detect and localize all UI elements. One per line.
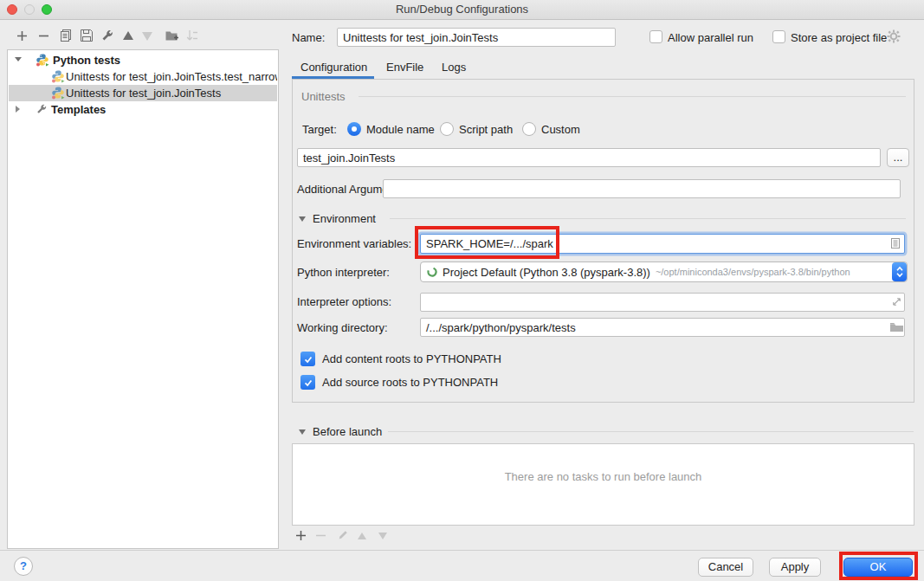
working-directory-label: Working directory: (297, 321, 388, 334)
group-divider (359, 96, 906, 97)
conda-env-icon (426, 266, 438, 278)
expand-arrow-icon[interactable] (14, 105, 23, 113)
expand-field-icon[interactable] (890, 295, 903, 308)
tree-item-label: Templates (51, 103, 106, 116)
tree-item-jointests-selected[interactable]: Unittests for test_join.JoinTests (9, 85, 277, 101)
python-test-icon (51, 86, 65, 100)
window-title: Run/Debug Configurations (0, 3, 924, 16)
python-test-icon (51, 69, 65, 83)
target-module-name-label: Module name (366, 123, 435, 136)
copy-configuration-icon[interactable] (59, 29, 73, 42)
working-directory-input[interactable]: /.../spark/python/pyspark/tests (420, 318, 905, 337)
run-debug-configurations-dialog: { "window": { "title": "Run/Debug Config… (0, 0, 924, 581)
help-button[interactable]: ? (14, 557, 33, 576)
env-vars-list-icon[interactable] (888, 236, 902, 250)
python-interpreter-select[interactable]: Project Default (Python 3.8 (pyspark-3.8… (420, 261, 908, 282)
edit-task-pencil-icon (337, 529, 349, 541)
interpreter-path: ~/opt/miniconda3/envs/pyspark-3.8/bin/py… (656, 267, 850, 277)
add-source-roots-checkbox[interactable] (300, 375, 315, 390)
before-launch-task-list[interactable] (292, 443, 914, 526)
target-script-path-label: Script path (459, 123, 513, 136)
ok-button[interactable]: OK (843, 558, 913, 577)
add-source-roots-label: Add source roots to PYTHONPATH (322, 376, 498, 389)
store-as-project-file-checkbox[interactable] (772, 30, 785, 43)
section-divider (390, 218, 906, 219)
environment-section-label[interactable]: Environment (313, 212, 376, 225)
move-down-icon (141, 31, 153, 42)
add-content-roots-checkbox[interactable] (300, 352, 315, 366)
interpreter-options-input[interactable] (420, 293, 905, 312)
unittests-group-title: Unittests (301, 90, 346, 103)
remove-task-icon (315, 530, 326, 541)
name-label: Name: (292, 31, 325, 44)
python-tests-icon (36, 53, 49, 67)
templates-wrench-icon (36, 103, 49, 117)
gear-icon[interactable] (887, 29, 901, 43)
target-script-path-radio[interactable] (440, 122, 454, 136)
tree-item-label: Unittests for test_join.JoinTests (66, 87, 221, 100)
title-bar: Run/Debug Configurations (0, 0, 924, 20)
save-configuration-icon[interactable] (80, 29, 94, 42)
new-folder-icon[interactable] (165, 29, 179, 42)
footer-divider (0, 550, 924, 551)
tab-configuration[interactable]: Configuration (300, 61, 367, 74)
environment-variables-input[interactable]: SPARK_HOME=/.../spark (420, 234, 905, 254)
tree-item-test-narrow[interactable]: Unittests for test_join.JoinTests.test_n… (9, 68, 277, 85)
combo-stepper-icon[interactable] (892, 262, 907, 281)
add-configuration-icon[interactable] (16, 29, 29, 42)
before-launch-collapse-icon[interactable] (299, 429, 306, 435)
browse-button[interactable]: ... (887, 148, 909, 167)
environment-collapse-icon[interactable] (299, 216, 306, 222)
apply-button[interactable]: Apply (769, 558, 821, 577)
allow-parallel-run-checkbox[interactable] (649, 30, 662, 43)
tree-item-label: Unittests for test_join.JoinTests.test_n… (66, 70, 277, 83)
collapse-arrow-icon[interactable] (14, 55, 23, 63)
additional-arguments-input[interactable] (383, 179, 901, 198)
before-launch-empty-text: There are no tasks to run before launch (292, 470, 914, 483)
edit-templates-wrench-icon[interactable] (100, 29, 114, 42)
add-task-icon[interactable] (295, 530, 307, 541)
configurations-tree: Python tests Unittests for test_join.Joi… (7, 49, 279, 549)
move-up-icon[interactable] (122, 30, 134, 41)
folder-icon[interactable] (889, 320, 904, 333)
target-custom-label: Custom (541, 123, 580, 136)
move-task-up-icon (357, 532, 367, 540)
target-custom-radio[interactable] (522, 122, 536, 136)
tab-envfile[interactable]: EnvFile (386, 61, 423, 74)
tree-item-label: Python tests (53, 54, 120, 67)
tree-item-python-tests[interactable]: Python tests (9, 52, 277, 68)
target-module-name-radio[interactable] (347, 122, 361, 136)
remove-configuration-icon[interactable] (37, 29, 50, 42)
section-divider (388, 431, 914, 432)
add-content-roots-label: Add content roots to PYTHONPATH (322, 352, 501, 365)
target-input[interactable]: test_join.JoinTests (297, 148, 881, 167)
python-interpreter-label: Python interpreter: (297, 266, 390, 279)
sort-configurations-icon (185, 29, 199, 42)
move-task-down-icon (378, 532, 388, 540)
before-launch-section-label[interactable]: Before launch (313, 425, 382, 438)
environment-variables-label: Environment variables: (297, 237, 411, 250)
allow-parallel-run-label: Allow parallel run (668, 31, 753, 44)
cancel-button[interactable]: Cancel (698, 558, 753, 577)
tree-item-templates[interactable]: Templates (9, 101, 277, 118)
interpreter-options-label: Interpreter options: (297, 295, 391, 308)
store-as-project-file-label: Store as project file (791, 31, 887, 44)
target-label: Target: (302, 123, 337, 136)
name-input[interactable]: Unittests for test_join.JoinTests (337, 28, 616, 47)
tab-logs[interactable]: Logs (442, 61, 466, 74)
